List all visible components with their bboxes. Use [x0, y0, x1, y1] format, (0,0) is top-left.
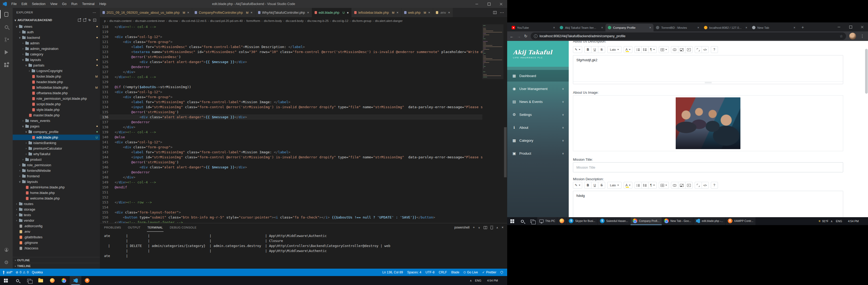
- status-blade[interactable]: Blade: [451, 271, 459, 274]
- editor-scrollbar[interactable]: [503, 24, 507, 223]
- activity-search[interactable]: [0, 21, 13, 33]
- close-icon[interactable]: ×: [428, 10, 430, 14]
- code-line[interactable]: 138 </div>: [100, 124, 507, 130]
- new-terminal-icon[interactable]: +: [473, 226, 475, 229]
- code-line[interactable]: 141<div class="col-lg-12">: [100, 140, 507, 145]
- tree-item-edit-blade-php[interactable]: edit.blade.phpU: [13, 135, 100, 140]
- editor-tab-whyakijtakafulcontroller-php[interactable]: WhyAkijTakafulController.php×: [255, 8, 312, 17]
- fullscreen-button[interactable]: [695, 46, 702, 53]
- tree-item-home-blade-php[interactable]: home.blade.php: [13, 190, 100, 195]
- kill-terminal-icon[interactable]: [491, 227, 493, 229]
- reload-button[interactable]: ↻: [524, 34, 528, 39]
- about-description-editor[interactable]: Sfgrhstdjf,gk2: [573, 55, 843, 84]
- tree-item-logosncopyright[interactable]: ›LogosnCopyright: [13, 68, 100, 74]
- new-tab-goo-taskbar-button[interactable]: New Tab - Goo...: [662, 217, 693, 225]
- tree-item-pages[interactable]: ∨pages: [13, 123, 100, 129]
- scrollbar-thumb[interactable]: [504, 127, 507, 177]
- code-line[interactable]: 144 <input id="strMissionImg" class="for…: [100, 155, 507, 159]
- link-button[interactable]: [671, 182, 678, 189]
- tree-item-master-blade-php[interactable]: master.blade.php: [13, 112, 100, 118]
- menu-view[interactable]: View: [48, 0, 60, 8]
- search-button[interactable]: [517, 217, 527, 225]
- tree-item-style-blade-php[interactable]: style.blade.php: [13, 107, 100, 112]
- breadcrumb-item[interactable]: div.main-content-inner: [135, 19, 165, 23]
- tray-item-1[interactable]: ENG: [475, 279, 481, 282]
- code-line[interactable]: 127 </div>: [100, 69, 507, 74]
- code-line[interactable]: 134 <input id="strMissionImg" class="for…: [100, 105, 507, 109]
- sidebar-item-about[interactable]: ℹAbout∨: [507, 122, 569, 133]
- tree-item-company-profile[interactable]: ∨company_profile: [13, 129, 100, 135]
- browser-menu-icon[interactable]: ⋮: [859, 34, 865, 39]
- code-line[interactable]: 129: [100, 79, 507, 84]
- tree-item-leftsidebar-blade-php[interactable]: leftsidebar.blade.phpM: [13, 85, 100, 90]
- timeline-section[interactable]: › TIMELINE: [13, 263, 100, 269]
- code-line[interactable]: 119: [100, 29, 507, 34]
- font-family-button[interactable]: Lato: [607, 46, 622, 53]
- page-scrollbar[interactable]: [865, 49, 868, 94]
- unordered-list-button[interactable]: [634, 46, 642, 53]
- task-view-button[interactable]: [527, 217, 537, 225]
- mission-description-editor[interactable]: fsbdg: [573, 191, 843, 217]
- video-button[interactable]: [685, 182, 692, 189]
- status-ln-136-col-89[interactable]: Ln 136, Col 89: [382, 271, 403, 274]
- code-line[interactable]: 139</div><!-- col-4 -->: [100, 130, 507, 135]
- bold-button[interactable]: B: [584, 46, 591, 53]
- sidebar-item-product[interactable]: ▣Product∨: [507, 147, 569, 159]
- tree-item-fontendwebsite[interactable]: ›fontendWebsite: [13, 168, 100, 173]
- sidebar-item-category[interactable]: ▩Category∨: [507, 135, 569, 146]
- forward-button[interactable]: →: [517, 34, 521, 39]
- menu-edit[interactable]: Edit: [19, 0, 30, 8]
- underline-button[interactable]: U: [591, 182, 598, 189]
- tree-item-header-blade-php[interactable]: header.blade.php: [13, 79, 100, 85]
- close-button[interactable]: [495, 0, 507, 8]
- file-explorer-button[interactable]: [35, 276, 46, 285]
- tree-item-adminhome-blade-php[interactable]: adminHome.blade.php: [13, 184, 100, 190]
- activity-run-debug[interactable]: [0, 46, 13, 59]
- video-button[interactable]: [685, 46, 692, 53]
- tree-item-admin-registration[interactable]: ›admin_registration: [13, 46, 100, 51]
- code-line[interactable]: 118</div><!-- col-4 -->: [100, 24, 507, 29]
- browser-tab-akij-takaful-team-iter[interactable]: Akij Takaful Team Iter...×: [557, 24, 606, 31]
- maximize-panel-icon[interactable]: ∧: [496, 226, 498, 229]
- minimize-button[interactable]: [471, 0, 483, 8]
- editor-tab-leftsidebar-blade-php[interactable]: leftsidebar.blade.phpM×: [351, 8, 401, 17]
- code-editor[interactable]: 118</div><!-- col-4 -->119120<div class=…: [100, 24, 507, 223]
- tree-item-views[interactable]: ∨views: [13, 24, 100, 29]
- tree-item-footer-blade-php[interactable]: footer.blade.phpM: [13, 74, 100, 79]
- maximize-button[interactable]: [845, 23, 857, 31]
- editor-tab-web-php[interactable]: web.phpM×: [402, 8, 433, 17]
- ordered-list-button[interactable]: [641, 46, 649, 53]
- refresh-icon[interactable]: ↻: [89, 19, 91, 22]
- close-icon[interactable]: ×: [745, 26, 747, 30]
- skype-for-busi-taskbar-button[interactable]: Skype for Busi...: [567, 217, 597, 225]
- tree-item-role-permission-script-blade-php[interactable]: role_permission_script.blade.php: [13, 96, 100, 101]
- browser-tab-company-profile[interactable]: Company Profile×: [606, 24, 653, 31]
- close-icon[interactable]: ×: [601, 26, 603, 30]
- tree-item-vendor[interactable]: ›vendor: [13, 218, 100, 223]
- mission-title-input[interactable]: [573, 162, 843, 172]
- outline-section[interactable]: › OUTLINE: [13, 257, 100, 263]
- editor-tab-env[interactable]: .env×: [433, 8, 453, 17]
- code-line[interactable]: 135 @error('strMissionImg'): [100, 109, 507, 114]
- bookmark-star-icon[interactable]: ☆: [839, 34, 843, 38]
- table-button[interactable]: [659, 182, 669, 189]
- code-line[interactable]: 137 @enderror: [100, 119, 507, 124]
- tray-item-0[interactable]: ∧: [831, 220, 833, 223]
- code-line[interactable]: 146 <div class="alert alert-danger">{{ $…: [100, 165, 507, 170]
- weather-widget[interactable]: ☀ 91°F: [816, 219, 831, 223]
- problems-indicator[interactable]: ⊘0⚠0: [16, 271, 29, 274]
- tree-item-env[interactable]: .env: [13, 229, 100, 234]
- close-icon[interactable]: ×: [649, 26, 651, 30]
- font-color-button[interactable]: A: [624, 46, 632, 53]
- status-crlf[interactable]: CRLF: [439, 271, 447, 274]
- new-tab-button[interactable]: +: [799, 24, 806, 31]
- tree-item-whytakaful[interactable]: ›whyTakaful: [13, 151, 100, 157]
- breadcrumb-item[interactable]: div.alert.alert-danger: [375, 19, 403, 23]
- activity-extensions[interactable]: [0, 59, 13, 71]
- menu-terminal[interactable]: Terminal: [80, 0, 97, 8]
- tree-item-category[interactable]: ›category: [13, 51, 100, 57]
- search-button[interactable]: [11, 276, 23, 285]
- code-line[interactable]: 125 <div class="alert alert-danger">{{ $…: [100, 59, 507, 64]
- activity-account[interactable]: [0, 243, 13, 256]
- close-icon[interactable]: ×: [794, 26, 795, 30]
